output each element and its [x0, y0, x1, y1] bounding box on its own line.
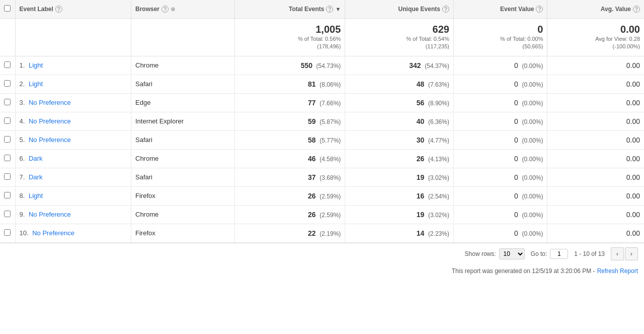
row-checkbox-7[interactable]: [4, 173, 11, 180]
row-unique-events-pct: (4.13%): [428, 156, 449, 163]
event-label-link[interactable]: No Preference: [29, 211, 71, 218]
select-all-checkbox[interactable]: [4, 5, 11, 12]
summary-avg-value-cell: 0.00 Avg for View: 0.28(-100.00%): [547, 19, 644, 56]
row-avg-value-num: 0.00: [626, 117, 640, 125]
row-number: 6.: [20, 155, 25, 162]
row-avg-value-num: 0.00: [626, 99, 640, 107]
row-checkbox-5[interactable]: [4, 136, 11, 143]
row-browser-cell: Chrome: [131, 149, 235, 168]
goto-label: Go to:: [531, 250, 547, 257]
row-checkbox-1[interactable]: [4, 61, 11, 68]
row-avg-value-num: 0.00: [626, 229, 640, 237]
row-browser-cell: Edge: [131, 93, 235, 112]
report-footer: This report was generated on 12/5/19 at …: [0, 264, 644, 280]
row-checkbox-10[interactable]: [4, 229, 11, 236]
event-label-help-icon[interactable]: ?: [55, 6, 62, 13]
row-event-value-pct: (0.00%): [522, 174, 543, 181]
row-event-value-cell: 0 (0.00%): [453, 186, 547, 205]
row-unique-events-num: 48: [417, 80, 425, 88]
row-browser-cell: Firefox: [131, 224, 235, 242]
page-info: 1 - 10 of 13: [574, 250, 605, 257]
row-event-value-pct: (0.00%): [522, 118, 543, 125]
next-page-button[interactable]: ›: [625, 247, 638, 260]
browser-header: Browser ? ⊗: [131, 0, 235, 19]
goto-input[interactable]: [550, 249, 568, 259]
event-label-link[interactable]: Light: [29, 61, 43, 69]
table-row: 7. Dark Safari 37 (3.68%) 19 (3.02%) 0 (…: [0, 168, 644, 186]
unique-events-help-icon[interactable]: ?: [442, 6, 449, 13]
row-unique-events-pct: (3.02%): [428, 174, 449, 181]
event-label-link[interactable]: Light: [29, 192, 43, 199]
row-unique-events-cell: 40 (6.36%): [345, 112, 454, 130]
total-events-help-icon[interactable]: ?: [326, 6, 333, 13]
total-events-sort-icon[interactable]: ▼: [335, 6, 341, 12]
table-row: 5. No Preference Safari 58 (5.77%) 30 (4…: [0, 130, 644, 149]
table-row: 8. Light Firefox 26 (2.59%) 16 (2.54%) 0…: [0, 186, 644, 205]
event-label-link[interactable]: Dark: [29, 155, 42, 162]
event-label-link[interactable]: Dark: [29, 173, 42, 181]
row-event-label-cell: 4. No Preference: [15, 112, 131, 130]
event-label-link[interactable]: Light: [29, 80, 43, 88]
row-total-events-pct: (5.77%): [319, 137, 341, 144]
summary-total-events-cell: 1,005 % of Total: 0.56%(178,496): [235, 19, 345, 56]
row-checkbox-9[interactable]: [4, 211, 11, 217]
goto-group: Go to:: [531, 249, 569, 259]
row-checkbox-3[interactable]: [4, 99, 11, 105]
total-events-header-text: Total Events: [289, 6, 324, 13]
row-unique-events-pct: (4.77%): [428, 137, 449, 144]
row-event-label-cell: 6. Dark: [15, 149, 131, 168]
row-browser-cell: Chrome: [131, 56, 235, 75]
avg-value-header-text: Avg. Value: [601, 6, 631, 13]
table-footer: Show rows: 10 25 50 100 500 Go to: 1 - 1…: [0, 243, 644, 264]
row-checkbox-cell: [0, 224, 15, 242]
row-browser-cell: Safari: [131, 75, 235, 93]
browser-filter-icon[interactable]: ⊗: [171, 6, 175, 13]
row-checkbox-2[interactable]: [4, 80, 11, 87]
row-total-events-num: 46: [308, 155, 316, 163]
row-event-value-num: 0: [514, 136, 518, 144]
row-browser-cell: Internet Explorer: [131, 112, 235, 130]
summary-event-value-value: 0: [458, 24, 543, 35]
row-event-label-cell: 2. Light: [15, 75, 131, 93]
row-checkbox-4[interactable]: [4, 117, 11, 124]
row-avg-value-cell: 0.00: [547, 93, 644, 112]
row-event-label-cell: 5. No Preference: [15, 130, 131, 149]
event-label-link[interactable]: No Preference: [29, 99, 71, 106]
row-event-value-num: 0: [514, 117, 518, 125]
summary-avg-value-sub: Avg for View: 0.28(-100.00%): [551, 35, 640, 51]
event-label-link[interactable]: No Preference: [29, 136, 71, 144]
event-label-link[interactable]: No Preference: [32, 229, 74, 237]
summary-checkbox-cell: [0, 19, 15, 56]
refresh-report-link[interactable]: Refresh Report: [597, 268, 638, 275]
row-event-value-cell: 0 (0.00%): [453, 168, 547, 186]
analytics-table: Event Label ? Browser ? ⊗ Total Events ?: [0, 0, 644, 243]
event-value-header: Event Value ?: [453, 0, 547, 19]
event-label-header: Event Label ?: [15, 0, 131, 19]
row-browser-cell: Safari: [131, 168, 235, 186]
row-event-value-pct: (0.00%): [522, 62, 543, 70]
prev-page-button[interactable]: ‹: [611, 247, 624, 260]
row-event-value-num: 0: [514, 229, 518, 237]
avg-value-header: Avg. Value ?: [547, 0, 644, 19]
row-total-events-pct: (4.58%): [319, 156, 341, 163]
event-label-link[interactable]: No Preference: [29, 117, 71, 125]
rows-per-page-select[interactable]: 10 25 50 100 500: [499, 248, 525, 259]
summary-label-cell: [15, 19, 131, 56]
row-event-value-num: 0: [514, 80, 518, 88]
summary-unique-events-value: 629: [349, 24, 449, 35]
row-unique-events-num: 16: [417, 192, 425, 200]
show-rows-group: Show rows: 10 25 50 100 500: [465, 248, 525, 259]
table-row: 9. No Preference Chrome 26 (2.59%) 19 (3…: [0, 205, 644, 224]
total-events-header: Total Events ? ▼: [235, 0, 345, 19]
event-value-help-icon[interactable]: ?: [536, 6, 543, 13]
browser-help-icon[interactable]: ?: [162, 6, 169, 13]
row-total-events-cell: 59 (5.87%): [235, 112, 345, 130]
row-avg-value-num: 0.00: [626, 192, 640, 200]
row-total-events-pct: (7.66%): [319, 100, 341, 107]
row-checkbox-6[interactable]: [4, 155, 11, 161]
row-avg-value-num: 0.00: [626, 136, 640, 144]
row-checkbox-8[interactable]: [4, 192, 11, 198]
row-browser-cell: Chrome: [131, 205, 235, 224]
avg-value-help-icon[interactable]: ?: [633, 6, 640, 13]
row-event-value-pct: (0.00%): [522, 81, 543, 88]
